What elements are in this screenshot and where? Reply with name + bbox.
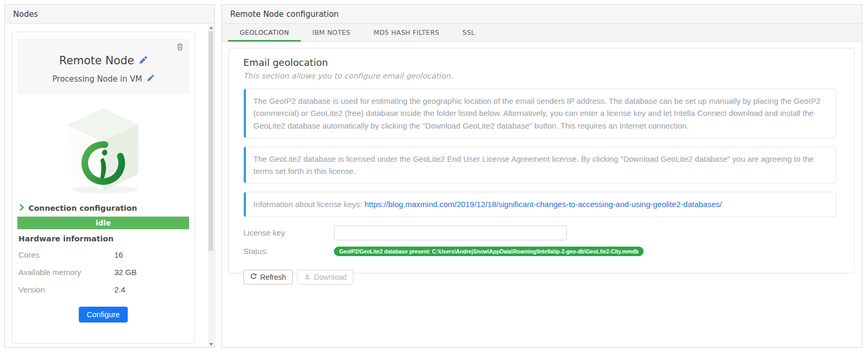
node-title-row: Remote Node (17, 54, 189, 67)
license-key-label: License key (243, 228, 334, 237)
node-name: Remote Node (59, 54, 134, 67)
info-text: Information about license keys: (253, 200, 364, 209)
email-geolocation-subtitle: This section allows you to configure ema… (243, 72, 836, 80)
scrollbar-up-arrow-icon[interactable] (208, 24, 214, 31)
intella-connect-cube-logo (12, 103, 194, 198)
nodes-scrollbar[interactable] (208, 24, 214, 347)
hardware-value: 32 GB (114, 268, 137, 277)
configure-button[interactable]: Configure (79, 307, 128, 322)
download-icon (304, 273, 311, 281)
nodes-list: Remote Node Processing Node in VM (5, 24, 214, 348)
status-row: Status: GeoIP2/GeoLite2 database present… (243, 247, 836, 256)
info-box-license-keys: Information about license keys: https://… (243, 192, 836, 217)
refresh-label: Refresh (260, 273, 286, 281)
hardware-row-memory: Available memory 32 GB (18, 268, 188, 277)
maxmind-blog-link[interactable]: https://blog.maxmind.com/2019/12/18/sign… (364, 200, 722, 209)
hardware-row-version: Version 2.4 (18, 285, 188, 294)
download-button[interactable]: Download (297, 270, 353, 285)
info-text: The GeoLite2 database is licensed under … (253, 154, 814, 175)
node-description: Processing Node in VM (52, 74, 142, 84)
actions-row: Refresh Download (243, 270, 836, 285)
download-label: Download (314, 273, 347, 281)
tab-md5-hash-filters[interactable]: MD5 HASH FILTERS (362, 24, 451, 41)
node-card: Remote Node Processing Node in VM (12, 32, 195, 344)
connection-configuration-toggle[interactable]: Connection configuration (19, 203, 137, 213)
hardware-information-title: Hardware information (18, 234, 113, 243)
refresh-button[interactable]: Refresh (243, 270, 293, 285)
scrollbar-thumb[interactable] (209, 31, 213, 251)
license-key-input[interactable] (334, 226, 567, 240)
delete-node-icon[interactable] (176, 43, 184, 53)
node-status-bar: idle (17, 217, 189, 229)
info-text: The GeoIP2 database is used for estimati… (253, 96, 821, 130)
hardware-value: 16 (114, 250, 123, 259)
tab-ibm-notes[interactable]: IBM NOTES (301, 24, 362, 41)
email-geolocation-card: Email geolocation This section allows yo… (228, 48, 855, 273)
hardware-label: Version (18, 285, 114, 294)
geolocation-tab-content: Email geolocation This section allows yo… (222, 42, 862, 347)
database-status-badge: GeoIP2/GeoLite2 database present: C:\Use… (334, 247, 644, 256)
info-box-license-agreement: The GeoLite2 database is licensed under … (243, 146, 836, 184)
license-key-row: License key (243, 226, 836, 240)
hardware-label: Available memory (18, 268, 114, 277)
tab-geolocation[interactable]: GEOLOCATION (228, 24, 301, 41)
hardware-row-cores: Cores 16 (18, 250, 188, 259)
status-label: Status: (243, 247, 334, 256)
email-geolocation-title: Email geolocation (243, 57, 836, 68)
node-card-header: Remote Node Processing Node in VM (17, 38, 189, 94)
edit-description-pencil-icon[interactable] (146, 74, 154, 84)
tab-ssl[interactable]: SSL (451, 24, 487, 41)
remote-node-configuration-panel: Remote Node configuration GEOLOCATION IB… (221, 4, 862, 348)
refresh-icon (250, 273, 257, 281)
nodes-panel: Nodes Remote Node Processing Node in VM (4, 4, 215, 348)
scrollbar-down-arrow-icon[interactable] (208, 341, 214, 347)
nodes-panel-title: Nodes (5, 5, 214, 24)
edit-name-pencil-icon[interactable] (139, 55, 147, 67)
hardware-label: Cores (18, 250, 114, 259)
connection-configuration-label: Connection configuration (28, 204, 137, 212)
info-box-geoip2-description: The GeoIP2 database is used for estimati… (243, 89, 836, 138)
chevron-right-icon (19, 203, 24, 213)
hardware-value: 2.4 (114, 285, 125, 294)
config-panel-title: Remote Node configuration (222, 5, 862, 24)
config-tabs: GEOLOCATION IBM NOTES MD5 HASH FILTERS S… (222, 24, 862, 42)
node-description-row: Processing Node in VM (17, 74, 189, 84)
